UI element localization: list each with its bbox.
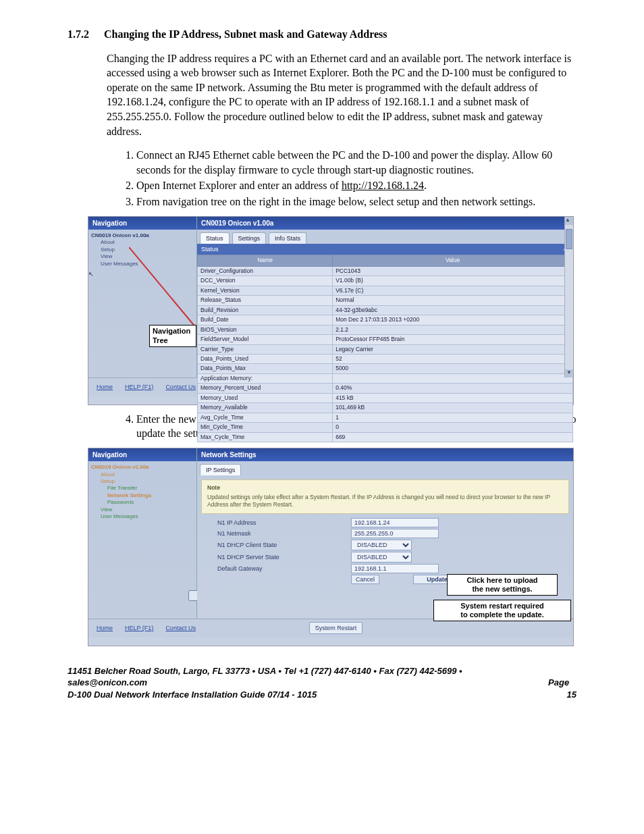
footer-page-num: 15 [567, 689, 576, 700]
content-title: CN0019 Onicon v1.00a [197, 217, 573, 230]
footer-contact[interactable]: Contact Us [161, 382, 200, 392]
status-label: Status [201, 245, 219, 253]
footer2-home[interactable]: Home [92, 623, 117, 633]
nav-pane-2: Navigation CN0019 Onicon v1.00a About Se… [88, 448, 197, 619]
system-restart-button-2[interactable]: System Restart [309, 622, 363, 634]
footer2-help[interactable]: HELP (F1) [121, 623, 157, 633]
cursor-icon: ↖ [88, 271, 94, 278]
gw-input[interactable] [351, 564, 439, 573]
gw-label: Default Gateway [217, 565, 346, 573]
content-title-2: Network Settings [197, 448, 573, 462]
arrow-graphic [129, 247, 203, 335]
table-row: Avg_Cycle_Time1 [198, 413, 573, 422]
intro-paragraph: Changing the IP address requires a PC wi… [107, 51, 576, 139]
page-footer: 11451 Belcher Road South, Largo, FL 3377… [68, 665, 576, 701]
section-title: Changing the IP Address, Subnet mask and… [104, 28, 387, 40]
step-1: Connect an RJ45 Ethernet cable between t… [136, 148, 576, 177]
t2-setup[interactable]: Setup [101, 478, 194, 485]
scroll-thumb[interactable] [566, 229, 572, 249]
footer-address: 11451 Belcher Road South, Largo, FL 3377… [68, 665, 537, 689]
table-row: Max_Cycle_Time669 [198, 432, 573, 442]
col-value: Value [333, 255, 573, 266]
dhcp-client-select[interactable]: DISABLED [351, 540, 412, 550]
col-name: Name [198, 255, 333, 266]
dhcp-server-label: N1 DHCP Server State [217, 553, 346, 561]
steps-list: Connect an RJ45 Ethernet cable between t… [122, 148, 576, 209]
step-3: From navigation tree on the right in the… [136, 194, 576, 209]
svg-line-0 [129, 247, 196, 328]
nav-title-2: Navigation [88, 448, 196, 462]
table-row: Driver_ConfigurationPCC1043 [198, 266, 573, 276]
table-row: Memory_Used415 kB [198, 393, 573, 402]
table-row: Build_DateMon Dec 2 17:03:15 2013 +0200 [198, 315, 573, 325]
tab-info[interactable]: Info Stats [269, 232, 306, 244]
table-row: Data_Points_Used52 [198, 355, 573, 364]
table-row: Carrier_TypeLegacy Carrier [198, 344, 573, 354]
table-row: Memory_Available101,469 kB [198, 403, 573, 413]
tree-about[interactable]: About [101, 239, 194, 246]
footer2-contact[interactable]: Contact Us [161, 623, 200, 633]
status-table: Name Value Driver_ConfigurationPCC1043DC… [197, 255, 573, 442]
mask-label: N1 Netmask [217, 529, 346, 538]
tab-status[interactable]: Status [200, 232, 230, 244]
dhcp-server-select[interactable]: DISABLED [351, 552, 412, 563]
nav-tree-label: Navigation Tree [149, 325, 196, 348]
callout-restart: System restart required to complete the … [433, 600, 571, 621]
t2-about[interactable]: About [101, 471, 194, 478]
ip-input[interactable] [351, 518, 439, 527]
section-number: 1.7.2 [68, 27, 101, 42]
note-title: Note [207, 484, 563, 492]
note-box: Note Updated settings only take effect a… [201, 479, 569, 513]
callout-upload: Click here to upload the new settings. [447, 574, 558, 596]
scroll-down-icon[interactable]: ▼ [565, 369, 573, 377]
scroll-up-icon[interactable]: ▲ [565, 217, 573, 225]
screenshot-2: Navigation CN0019 Onicon v1.00a About Se… [88, 448, 574, 646]
table-row: Application Memory: [198, 373, 573, 383]
mask-input[interactable] [351, 529, 439, 538]
table-row: Kernel_VersionV6.17e (C) [198, 286, 573, 295]
t2-network[interactable]: Network Settings [107, 492, 194, 499]
t2-filetransfer[interactable]: File Transfer [107, 485, 194, 492]
scrollbar[interactable]: ▲ ▼ [564, 217, 573, 377]
dhcp-client-label: N1 DHCP Client State [217, 541, 346, 549]
nav-pane: Navigation CN0019 Onicon v1.00a About Se… [88, 217, 197, 377]
footer-page-label: Page [548, 677, 569, 687]
tree-root[interactable]: CN0019 Onicon v1.00a [91, 232, 194, 239]
note-body: Updated settings only take effect after … [207, 494, 550, 508]
t2-usermsg[interactable]: User Messages [101, 513, 194, 520]
content-pane: CN0019 Onicon v1.00a Status Settings Inf… [197, 217, 573, 377]
t2-passwords[interactable]: Passwords [107, 499, 194, 506]
step-2: Open Internet Explorer and enter an addr… [136, 178, 576, 193]
tab-settings[interactable]: Settings [232, 232, 267, 244]
table-row: DCC_VersionV1.00b (B) [198, 276, 573, 286]
tree-root-2[interactable]: CN0019 Onicon v1.00a [91, 464, 194, 471]
tab-ipsettings[interactable]: IP Settings [200, 464, 241, 475]
nav-title: Navigation [88, 217, 196, 230]
table-row: FieldServer_ModelProtoCessor FFP485 Brai… [198, 335, 573, 344]
footer-home[interactable]: Home [92, 382, 117, 392]
t2-view[interactable]: View [101, 506, 194, 513]
ip-label: N1 IP Address [217, 519, 346, 527]
table-row: Build_Revision44-32-g3be9abc [198, 305, 573, 315]
footer-doc-title: D-100 Dual Network Interface Installatio… [68, 689, 537, 701]
table-row: Data_Points_Max5000 [198, 364, 573, 373]
table-row: Min_Cycle_Time0 [198, 423, 573, 432]
table-row: Memory_Percent_Used0.40% [198, 384, 573, 393]
footer-help[interactable]: HELP (F1) [121, 382, 157, 392]
table-row: BIOS_Version2.1.2 [198, 325, 573, 334]
section-heading: 1.7.2 Changing the IP Address, Subnet ma… [68, 27, 576, 42]
content-pane-2: Network Settings IP Settings Note Update… [197, 448, 573, 619]
cancel-button[interactable]: Cancel [351, 575, 379, 584]
table-row: Release_StatusNormal [198, 296, 573, 305]
step-2-link[interactable]: http://192.168.1.24 [342, 180, 424, 191]
screenshot-1: Navigation CN0019 Onicon v1.00a About Se… [88, 216, 574, 405]
